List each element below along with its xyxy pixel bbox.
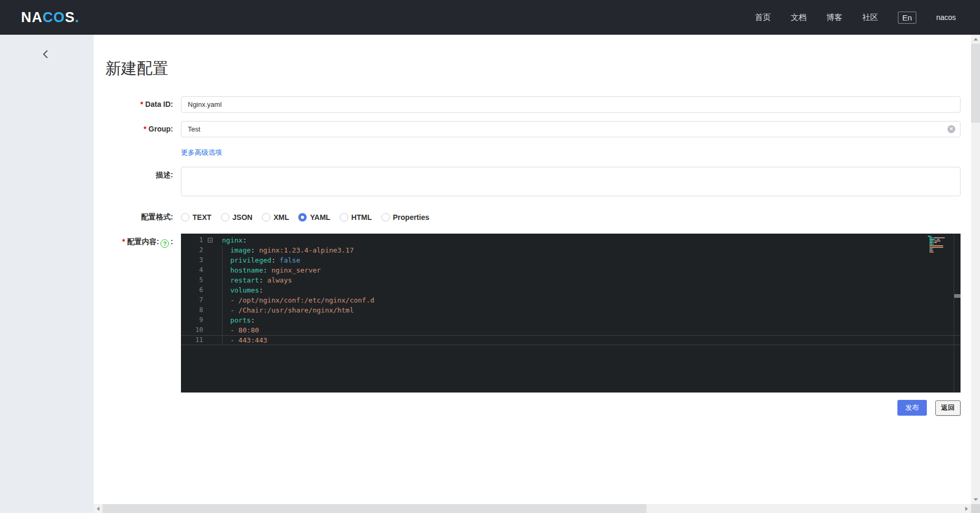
config-content-editor[interactable]: 1nginx:2 image: nginx:1.23.4-alpine3.173… — [181, 234, 961, 393]
clear-input-icon[interactable]: ✕ — [947, 125, 955, 133]
indent-guide — [222, 245, 223, 345]
gutter-fold-area — [203, 255, 217, 265]
nav-item-2[interactable]: 博客 — [826, 13, 842, 23]
editor-scrollbar-thumb[interactable] — [954, 294, 961, 298]
language-toggle[interactable]: En — [898, 12, 916, 24]
format-label: 配置格式: — [105, 209, 181, 225]
radio-label: TEXT — [193, 213, 211, 222]
required-asterisk: * — [140, 100, 143, 108]
editor-line-8[interactable]: 8 - /Chair:/usr/share/nginx/html — [181, 305, 961, 315]
line-number: 6 — [181, 285, 203, 295]
code-text: restart: always — [217, 275, 292, 285]
gutter-fold-area — [203, 245, 217, 255]
line-number: 3 — [181, 255, 203, 265]
return-button[interactable]: 返回 — [935, 400, 961, 416]
main-content: 新建配置 *Data ID: *Group: ✕ 更多高级选项 — [94, 35, 971, 513]
radio-button-icon — [181, 213, 189, 222]
advanced-options-link[interactable]: 更多高级选项 — [181, 148, 222, 157]
line-number: 2 — [181, 245, 203, 255]
gutter-fold-area — [203, 235, 217, 245]
fold-collapse-icon[interactable] — [208, 238, 213, 243]
gutter-fold-area — [203, 305, 217, 315]
radio-button-icon — [221, 213, 229, 222]
nacos-logo[interactable]: NACOS. — [21, 9, 79, 26]
action-buttons-row: 发布 返回 — [105, 400, 961, 416]
line-number: 9 — [181, 315, 203, 325]
top-nav-items: 首页文档博客社区 — [755, 13, 878, 23]
editor-lines: 1nginx:2 image: nginx:1.23.4-alpine3.173… — [181, 234, 961, 345]
new-config-form: *Data ID: *Group: ✕ 更多高级选项 描述: — [105, 96, 961, 416]
advanced-options-row: 更多高级选项 — [105, 146, 961, 163]
scroll-left-arrow[interactable] — [94, 504, 103, 513]
nav-item-0[interactable]: 首页 — [755, 13, 771, 23]
editor-line-3[interactable]: 3 privileged: false — [181, 255, 961, 265]
format-radio-group: TEXTJSONXMLYAMLHTMLProperties — [181, 209, 961, 225]
down-arrow-icon — [974, 498, 978, 501]
scrollbar-corner — [971, 504, 980, 513]
radio-label: JSON — [233, 213, 252, 222]
editor-line-4[interactable]: 4 hostname: nginx_server — [181, 265, 961, 275]
app-body: 新建配置 *Data ID: *Group: ✕ 更多高级选项 — [0, 35, 980, 513]
format-option-html[interactable]: HTML — [340, 213, 372, 222]
help-icon[interactable]: ? — [160, 239, 169, 248]
scroll-right-arrow[interactable] — [962, 504, 971, 513]
page-title: 新建配置 — [105, 58, 961, 79]
page-vertical-scrollbar[interactable] — [971, 35, 980, 513]
editor-line-7[interactable]: 7 - /opt/nginx/conf:/etc/nginx/conf.d — [181, 295, 961, 305]
editor-line-1[interactable]: 1nginx: — [181, 235, 961, 245]
nav-item-1[interactable]: 文档 — [791, 13, 806, 23]
content-row: *配置内容:?: 1nginx:2 image: nginx:1.23.4-al… — [105, 234, 961, 393]
top-header: NACOS. 首页文档博客社区 En nacos — [0, 0, 980, 35]
vertical-scrollbar-thumb[interactable] — [971, 44, 980, 123]
description-textarea[interactable] — [181, 167, 961, 196]
page-horizontal-scrollbar[interactable] — [94, 504, 971, 513]
code-text: nginx: — [217, 235, 247, 245]
right-arrow-icon — [965, 507, 968, 511]
editor-line-10[interactable]: 10 - 80:80 — [181, 325, 961, 335]
group-label: *Group: — [105, 121, 181, 137]
logo-text-na: NA — [21, 9, 43, 25]
editor-line-2[interactable]: 2 image: nginx:1.23.4-alpine3.17 — [181, 245, 961, 255]
editor-minimap[interactable] — [928, 236, 951, 253]
left-arrow-icon — [97, 507, 99, 511]
gutter-fold-area — [203, 265, 217, 275]
editor-scrollbar-track[interactable] — [954, 234, 961, 393]
editor-line-5[interactable]: 5 restart: always — [181, 275, 961, 285]
code-text: privileged: false — [217, 255, 300, 265]
gutter-fold-area — [203, 275, 217, 285]
horizontal-scrollbar-thumb[interactable] — [103, 504, 646, 513]
editor-line-6[interactable]: 6 volumes: — [181, 285, 961, 295]
line-number: 10 — [181, 325, 203, 335]
line-number: 8 — [181, 305, 203, 315]
format-option-text[interactable]: TEXT — [181, 213, 211, 222]
nav-item-3[interactable]: 社区 — [862, 13, 878, 23]
scroll-down-arrow[interactable] — [971, 495, 980, 504]
line-number: 11 — [181, 335, 203, 345]
format-option-json[interactable]: JSON — [221, 213, 252, 222]
radio-button-icon — [298, 213, 307, 222]
publish-button[interactable]: 发布 — [897, 400, 927, 416]
description-row: 描述: — [105, 167, 961, 198]
radio-label: YAML — [310, 213, 330, 222]
code-text: image: nginx:1.23.4-alpine3.17 — [217, 245, 353, 255]
format-option-xml[interactable]: XML — [262, 213, 289, 222]
logo-text-s: S — [65, 9, 75, 25]
gutter-fold-area — [203, 315, 217, 325]
data-id-input[interactable] — [181, 96, 961, 113]
top-nav: 首页文档博客社区 En nacos — [755, 12, 956, 24]
gutter-fold-area — [203, 285, 217, 295]
up-arrow-icon — [974, 38, 978, 41]
format-option-yaml[interactable]: YAML — [298, 213, 330, 222]
code-text: - 443:443 — [217, 335, 267, 345]
scroll-up-arrow[interactable] — [971, 35, 980, 44]
back-arrow-button[interactable] — [40, 48, 53, 61]
logo-dot: . — [75, 9, 80, 25]
description-label: 描述: — [105, 167, 181, 183]
user-menu[interactable]: nacos — [936, 13, 956, 22]
format-option-properties[interactable]: Properties — [381, 213, 429, 222]
group-input[interactable] — [181, 121, 961, 137]
editor-line-11[interactable]: 11 - 443:443 — [181, 335, 961, 345]
content-label: *配置内容:?: — [105, 234, 181, 248]
code-text: hostname: nginx_server — [217, 265, 321, 275]
editor-line-9[interactable]: 9 ports: — [181, 315, 961, 325]
